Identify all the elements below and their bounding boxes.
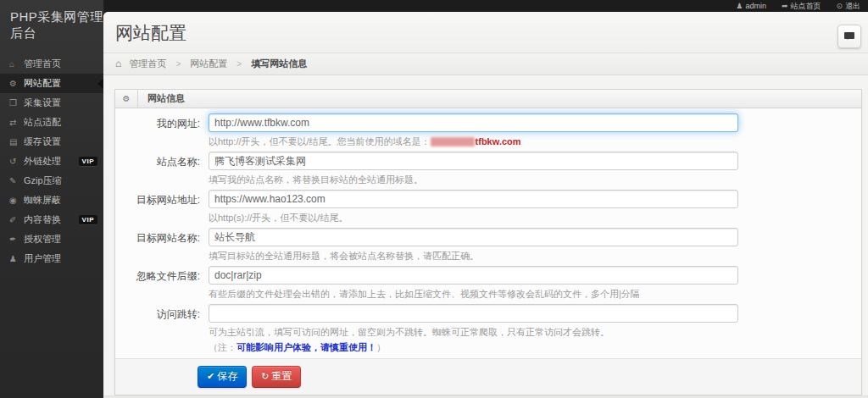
comment-icon bbox=[844, 32, 854, 39]
gear-icon: ⚙ bbox=[9, 79, 24, 88]
redirect-label: 访问跳转: bbox=[115, 304, 209, 353]
my-url-help: 以http://开头，但不要以/结尾。您当前使用的域名是：tfbkw.com bbox=[209, 136, 861, 147]
content-area: 网站配置 ⌂ 管理首页 > 网站配置 > 填写网站信息 ⚙ 网站信息 bbox=[103, 12, 868, 398]
collect-icon: ❐ bbox=[9, 98, 24, 108]
redirect-help: 可为主站引流，填写可访问的网址，留空则为不跳转。蜘蛛可正常爬取，只有正常访问才会… bbox=[209, 327, 861, 338]
refresh-icon: ↻ bbox=[261, 371, 269, 382]
target-url-input[interactable] bbox=[209, 190, 738, 208]
form-row-ignore-ext: 忽略文件后缀: 有些后缀的文件处理会出错的，请添加上去，比如压缩文件、视频文件等… bbox=[115, 266, 861, 300]
ignore-ext-help: 有些后缀的文件处理会出错的，请添加上去，比如压缩文件、视频文件等修改会乱码的文件… bbox=[209, 289, 861, 300]
sidebar-menu: ⌂管理首页⚙网站配置❐采集设置⇄站点适配▤缓存设置↺外链处理VIP✎Gzip压缩… bbox=[0, 54, 103, 268]
page-header: 网站配置 bbox=[103, 12, 868, 53]
form-row-target-url: 目标网站地址: 以http(s)://开头，但不要以/结尾。 bbox=[115, 190, 861, 224]
sidebar-item-cache[interactable]: ▤缓存设置 bbox=[0, 132, 103, 152]
reset-button[interactable]: ↻ 重置 bbox=[252, 366, 301, 388]
form-actions: ✔ 保存 ↻ 重置 bbox=[115, 358, 861, 395]
page-body: ⚙ 网站信息 我的网址: 以http://开头，但不要以/结尾。您当前使用的域名… bbox=[103, 75, 868, 395]
vip-badge: VIP bbox=[79, 215, 97, 224]
vip-badge: VIP bbox=[79, 157, 97, 166]
site-name-input[interactable] bbox=[209, 152, 738, 170]
auth-icon: ✒ bbox=[9, 235, 24, 244]
panel-body: 我的网址: 以http://开头，但不要以/结尾。您当前使用的域名是：tfbkw… bbox=[115, 108, 861, 395]
site-name-label: 站点名称: bbox=[115, 152, 209, 185]
sidebar-item-user[interactable]: ♟用户管理 bbox=[0, 249, 103, 268]
ignore-ext-input[interactable] bbox=[209, 266, 738, 285]
user-icon: ♟ bbox=[9, 254, 24, 263]
form-row-redirect: 访问跳转: 可为主站引流，填写可访问的网址，留空则为不跳转。蜘蛛可正常爬取，只有… bbox=[115, 304, 861, 353]
sidebar-item-label: 外链处理 bbox=[24, 155, 61, 168]
share-arrow-icon: ➦ bbox=[782, 2, 788, 10]
form-row-target-name: 目标网站名称: 填写目标站的全站通用标题，将会被站点名称替换，请匹配正确。 bbox=[115, 228, 861, 262]
sidebar-item-home[interactable]: ⌂管理首页 bbox=[0, 54, 103, 74]
gear-icon: ⚙ bbox=[115, 90, 138, 108]
sidebar-item-label: 缓存设置 bbox=[24, 135, 61, 148]
redirect-note: （注：可能影响用户体验，请慎重使用！） bbox=[209, 342, 861, 353]
pencil-icon: ✎ bbox=[9, 176, 24, 185]
reset-button-label: 重置 bbox=[271, 369, 292, 384]
site-info-panel: ⚙ 网站信息 我的网址: 以http://开头，但不要以/结尾。您当前使用的域名… bbox=[114, 89, 862, 395]
sidebar-item-replace[interactable]: ✐内容替换VIP bbox=[0, 210, 103, 229]
sidebar-item-spider[interactable]: ◉蜘蛛屏蔽 bbox=[0, 191, 103, 210]
my-url-input[interactable] bbox=[209, 113, 738, 132]
censored-domain-block bbox=[431, 137, 475, 146]
sidebar-item-auth[interactable]: ✒授权管理 bbox=[0, 229, 103, 249]
topbar-logout-label: 退出 bbox=[845, 1, 860, 12]
redirect-input[interactable] bbox=[209, 304, 738, 323]
my-url-label: 我的网址: bbox=[115, 113, 209, 147]
sidebar-item-site-config[interactable]: ⚙网站配置 bbox=[0, 74, 103, 93]
topbar-user[interactable]: ♟ admin bbox=[728, 0, 774, 12]
topbar: ♟ admin ➦ 站点首页 ⊙ 退出 bbox=[0, 0, 868, 12]
breadcrumb-item-home[interactable]: 管理首页 bbox=[129, 58, 166, 69]
site-name-help: 填写我的站点名称，将替换目标站的全站通用标题。 bbox=[209, 174, 861, 185]
topbar-site-home-label: 站点首页 bbox=[790, 1, 821, 12]
form-row-my-url: 我的网址: 以http://开头，但不要以/结尾。您当前使用的域名是：tfbkw… bbox=[115, 113, 861, 147]
redirect-note-suffix: ） bbox=[376, 342, 386, 352]
extlink-icon: ↺ bbox=[9, 157, 24, 166]
breadcrumb-item-site-config[interactable]: 网站配置 bbox=[190, 58, 227, 69]
redirect-note-warning: 可能影响用户体验，请慎重使用！ bbox=[236, 342, 376, 352]
sidebar-item-label: 蜘蛛屏蔽 bbox=[24, 194, 61, 207]
current-domain: tfbkw.com bbox=[476, 136, 521, 146]
app-logo: PHP采集网管理后台 bbox=[0, 0, 103, 53]
home-icon: ⌂ bbox=[9, 59, 24, 69]
breadcrumb: ⌂ 管理首页 > 网站配置 > 填写网站信息 bbox=[103, 53, 868, 75]
my-url-help-text: 以http://开头，但不要以/结尾。您当前使用的域名是： bbox=[209, 136, 431, 146]
check-icon: ✔ bbox=[207, 371, 214, 382]
sidebar-item-adapt[interactable]: ⇄站点适配 bbox=[0, 113, 103, 132]
spider-icon: ◉ bbox=[9, 196, 24, 205]
power-icon: ⊙ bbox=[836, 2, 843, 10]
comment-button[interactable] bbox=[837, 25, 861, 48]
ignore-ext-label: 忽略文件后缀: bbox=[115, 266, 209, 300]
target-name-help: 填写目标站的全站通用标题，将会被站点名称替换，请匹配正确。 bbox=[209, 251, 861, 262]
form-row-site-name: 站点名称: 填写我的站点名称，将替换目标站的全站通用标题。 bbox=[115, 152, 861, 185]
sidebar-item-extlink[interactable]: ↺外链处理VIP bbox=[0, 152, 103, 171]
target-name-input[interactable] bbox=[209, 228, 738, 246]
replace-icon: ✐ bbox=[9, 215, 24, 224]
page-title: 网站配置 bbox=[115, 21, 186, 45]
topbar-logout[interactable]: ⊙ 退出 bbox=[828, 0, 868, 12]
breadcrumb-item-current: 填写网站信息 bbox=[251, 58, 307, 69]
panel-header: ⚙ 网站信息 bbox=[115, 90, 861, 108]
save-button[interactable]: ✔ 保存 bbox=[198, 366, 247, 388]
target-name-label: 目标网站名称: bbox=[115, 228, 209, 262]
home-icon: ⌂ bbox=[115, 58, 121, 69]
sidebar-item-label: 授权管理 bbox=[24, 233, 61, 246]
app-window: ♟ admin ➦ 站点首页 ⊙ 退出 PHP采集网管理后台 ⌂管理首页⚙网站配… bbox=[0, 0, 868, 398]
cache-icon: ▤ bbox=[9, 137, 24, 146]
sidebar-item-label: 网站配置 bbox=[24, 77, 61, 90]
topbar-site-home[interactable]: ➦ 站点首页 bbox=[774, 0, 829, 12]
panel-title: 网站信息 bbox=[138, 92, 185, 105]
redirect-note-prefix: （注： bbox=[209, 342, 236, 352]
sidebar-item-gzip[interactable]: ✎Gzip压缩 bbox=[0, 171, 103, 191]
user-icon: ♟ bbox=[736, 2, 743, 10]
sidebar-item-label: 采集设置 bbox=[24, 97, 61, 109]
shuffle-icon: ⇄ bbox=[9, 118, 24, 127]
sidebar-item-label: 管理首页 bbox=[24, 58, 61, 70]
sidebar: PHP采集网管理后台 ⌂管理首页⚙网站配置❐采集设置⇄站点适配▤缓存设置↺外链处… bbox=[0, 0, 103, 398]
sidebar-item-label: 站点适配 bbox=[24, 116, 61, 129]
topbar-user-label: admin bbox=[745, 2, 766, 10]
sidebar-item-collect[interactable]: ❐采集设置 bbox=[0, 93, 103, 113]
save-button-label: 保存 bbox=[217, 369, 237, 384]
breadcrumb-separator: > bbox=[236, 59, 242, 69]
sidebar-item-label: 内容替换 bbox=[24, 213, 61, 226]
